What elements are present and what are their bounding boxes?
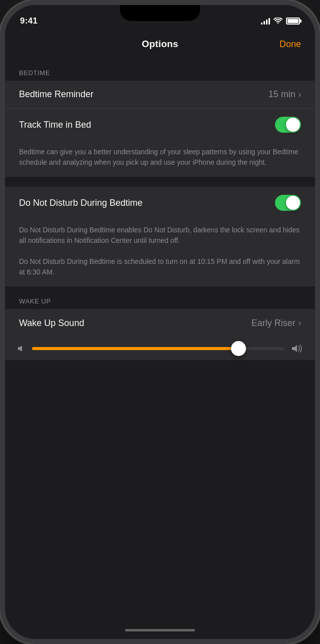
- bedtime-reminder-row[interactable]: Bedtime Reminder 15 min ›: [5, 81, 315, 109]
- volume-slider-row: [5, 337, 315, 360]
- wake-up-sound-chevron: ›: [298, 318, 301, 328]
- wake-up-sound-card: Wake Up Sound Early Riser ›: [5, 309, 315, 337]
- wake-up-sound-value-text: Early Riser: [252, 318, 296, 329]
- dnd-description-1: Do Not Disturb During Bedtime enables Do…: [5, 219, 315, 286]
- toggle-thumb: [286, 118, 300, 132]
- volume-thumb[interactable]: [231, 341, 246, 356]
- wifi-icon: [274, 18, 282, 25]
- volume-track: [32, 347, 284, 350]
- svg-marker-0: [18, 346, 22, 352]
- dnd-desc2-text: Do Not Disturb During Bedtime is schedul…: [19, 257, 300, 276]
- wake-up-sound-row[interactable]: Wake Up Sound Early Riser ›: [5, 309, 315, 337]
- dnd-desc1-text: Do Not Disturb During Bedtime enables Do…: [19, 226, 300, 244]
- notch: [120, 5, 200, 21]
- bedtime-reminder-chevron: ›: [298, 90, 301, 99]
- wake-up-section-header: WAKE UP: [5, 286, 315, 309]
- bedtime-reminder-label: Bedtime Reminder: [19, 89, 94, 100]
- nav-bar: Options Done: [5, 30, 315, 58]
- dnd-row: Do Not Disturb During Bedtime: [5, 187, 315, 219]
- content: BEDTIME Bedtime Reminder 15 min › Track …: [5, 58, 315, 621]
- bottom-spacer: [5, 360, 315, 380]
- volume-slider-container[interactable]: [32, 347, 284, 350]
- volume-fill: [32, 347, 238, 350]
- dnd-label: Do Not Disturb During Bedtime: [19, 198, 142, 208]
- done-button[interactable]: Done: [280, 39, 301, 50]
- volume-high-icon: [291, 344, 303, 353]
- screen: 9:41: [5, 5, 315, 639]
- battery-icon: [286, 18, 300, 25]
- track-time-label: Track Time in Bed: [19, 120, 91, 130]
- track-description: Bedtime can give you a better understand…: [5, 141, 315, 177]
- nav-title: Options: [142, 39, 178, 50]
- track-time-row: Track Time in Bed: [5, 109, 315, 141]
- wake-up-sound-label: Wake Up Sound: [19, 318, 84, 329]
- status-time: 9:41: [20, 16, 38, 26]
- bedtime-reminder-card: Bedtime Reminder 15 min › Track Time in …: [5, 81, 315, 141]
- track-time-toggle[interactable]: [275, 117, 301, 133]
- status-icons: [261, 18, 300, 25]
- bedtime-reminder-value: 15 min ›: [268, 89, 301, 100]
- home-indicator: [5, 621, 315, 639]
- dnd-card: Do Not Disturb During Bedtime: [5, 187, 315, 219]
- dnd-toggle-thumb: [286, 196, 300, 210]
- battery-fill: [288, 19, 298, 23]
- volume-low-icon: [17, 345, 25, 353]
- phone-frame: 9:41: [0, 0, 320, 644]
- svg-marker-1: [292, 345, 297, 352]
- bedtime-section-header: BEDTIME: [5, 58, 315, 81]
- wake-up-sound-value: Early Riser ›: [252, 318, 301, 329]
- bedtime-reminder-value-text: 15 min: [268, 89, 296, 100]
- signal-icon: [261, 18, 270, 25]
- home-bar: [125, 629, 195, 631]
- section-separator-1: [5, 177, 315, 187]
- dnd-toggle[interactable]: [275, 195, 301, 211]
